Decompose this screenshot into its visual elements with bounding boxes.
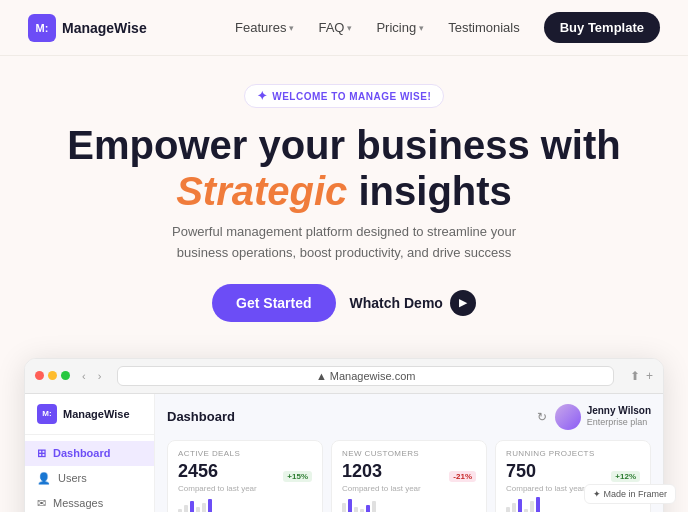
avatar-name: Jenny Wilson — [587, 405, 651, 417]
close-dot — [35, 371, 44, 380]
hero-subtitle: Powerful management platform designed to… — [164, 222, 524, 264]
dashboard-preview: ‹ › ▲ Managewise.com ⬆ + M: ManageWise ⊞… — [24, 358, 664, 512]
nav-link-features[interactable]: Features ▾ — [235, 20, 294, 35]
nav-link-pricing[interactable]: Pricing ▾ — [376, 20, 424, 35]
sidebar-logo-icon: M: — [37, 404, 57, 424]
messages-icon: ✉ — [37, 497, 46, 510]
play-icon: ▶ — [450, 290, 476, 316]
nav-link-faq[interactable]: FAQ ▾ — [318, 20, 352, 35]
welcome-badge: ✦ WELCOME TO MANAGE WISE! — [244, 84, 445, 108]
logo-icon: M: — [28, 14, 56, 42]
avatar — [555, 404, 581, 430]
grid-icon: ⊞ — [37, 447, 46, 460]
nav-link-testimonials[interactable]: Testimonials — [448, 20, 520, 35]
minimize-dot — [48, 371, 57, 380]
framer-badge: ✦ Made in Framer — [584, 484, 676, 504]
dashboard-header: Dashboard ↻ Jenny Wilson Enterprise plan — [167, 404, 651, 430]
users-icon: 👤 — [37, 472, 51, 485]
sidebar-item-messages[interactable]: ✉ Messages — [25, 491, 154, 512]
stat-card-deals: ACTIVE DEALS 2456 +15% Compared to last … — [167, 440, 323, 512]
avatar-role: Enterprise plan — [587, 417, 651, 428]
url-bar[interactable]: ▲ Managewise.com — [117, 366, 614, 386]
forward-icon[interactable]: › — [98, 370, 102, 382]
sidebar-logo-text: ManageWise — [63, 408, 130, 420]
share-icon: ⬆ — [630, 369, 640, 383]
hero-section: ✦ WELCOME TO MANAGE WISE! Empower your b… — [0, 56, 688, 358]
stat-card-customers: NEW CUSTOMERS 1203 -21% Compared to last… — [331, 440, 487, 512]
maximize-dot — [61, 371, 70, 380]
header-right: ↻ Jenny Wilson Enterprise plan — [537, 404, 651, 430]
chevron-down-icon: ▾ — [419, 23, 424, 33]
watch-demo-button[interactable]: Whatch Demo ▶ — [350, 290, 476, 316]
chevron-down-icon: ▾ — [347, 23, 352, 33]
browser-icons: ⬆ + — [630, 369, 653, 383]
hero-title: Empower your business with Strategic ins… — [20, 122, 668, 214]
stats-row: ACTIVE DEALS 2456 +15% Compared to last … — [167, 440, 651, 512]
sidebar-item-dashboard[interactable]: ⊞ Dashboard — [25, 441, 154, 466]
navigation: M: ManageWise Features ▾ FAQ ▾ Pricing ▾… — [0, 0, 688, 56]
sidebar-item-users[interactable]: 👤 Users — [25, 466, 154, 491]
mini-chart-deals — [178, 497, 312, 512]
avatar-area: Jenny Wilson Enterprise plan — [555, 404, 651, 430]
dashboard-body: M: ManageWise ⊞ Dashboard 👤 Users ✉ Mess… — [25, 394, 663, 512]
back-icon[interactable]: ‹ — [82, 370, 86, 382]
add-tab-icon: + — [646, 369, 653, 383]
logo[interactable]: M: ManageWise — [28, 14, 147, 42]
buy-template-button[interactable]: Buy Template — [544, 12, 660, 43]
get-started-button[interactable]: Get Started — [212, 284, 335, 322]
mini-chart-customers — [342, 497, 476, 512]
hero-accent: Strategic — [176, 169, 347, 213]
nav-links: Features ▾ FAQ ▾ Pricing ▾ Testimonials … — [235, 12, 660, 43]
chevron-down-icon: ▾ — [289, 23, 294, 33]
sidebar: M: ManageWise ⊞ Dashboard 👤 Users ✉ Mess… — [25, 394, 155, 512]
browser-dots — [35, 371, 70, 380]
avatar-info: Jenny Wilson Enterprise plan — [587, 405, 651, 428]
sidebar-logo: M: ManageWise — [25, 404, 154, 435]
refresh-icon[interactable]: ↻ — [537, 410, 547, 424]
dashboard-title: Dashboard — [167, 409, 235, 424]
browser-bar: ‹ › ▲ Managewise.com ⬆ + — [25, 359, 663, 394]
hero-buttons: Get Started Whatch Demo ▶ — [20, 284, 668, 322]
logo-text: ManageWise — [62, 20, 147, 36]
star-icon: ✦ — [257, 89, 268, 103]
